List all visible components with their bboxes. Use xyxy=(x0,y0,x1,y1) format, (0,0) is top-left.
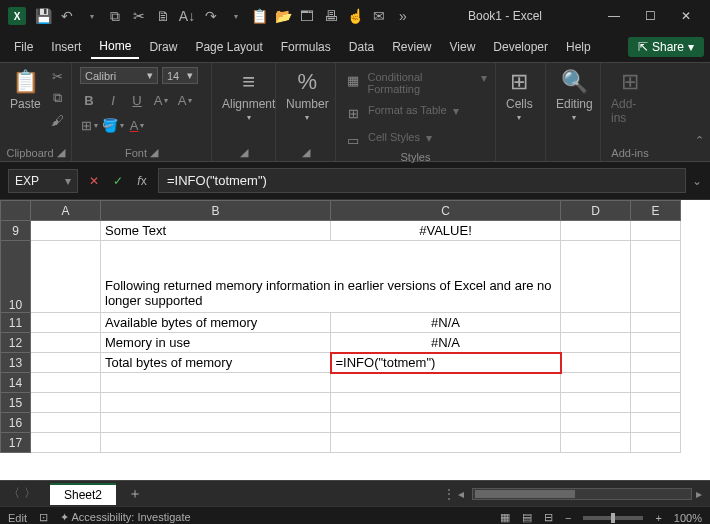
row-header-14[interactable]: 14 xyxy=(1,373,31,393)
zoom-slider[interactable] xyxy=(583,516,643,520)
tab-developer[interactable]: Developer xyxy=(485,36,556,58)
bold-button[interactable]: B xyxy=(80,91,98,109)
sort-asc-icon[interactable]: A↓ xyxy=(178,7,196,25)
cell-b10[interactable]: Following returned memory information in… xyxy=(101,241,561,313)
prev-sheet-button[interactable]: 〈 xyxy=(8,485,20,502)
borders-button[interactable]: ⊞ xyxy=(80,116,98,134)
redo-icon[interactable]: ↷ xyxy=(202,7,220,25)
undo-dropdown-icon[interactable] xyxy=(82,7,100,25)
touch-mode-icon[interactable]: ☝ xyxy=(346,7,364,25)
zoom-in-button[interactable]: + xyxy=(655,512,661,524)
tab-data[interactable]: Data xyxy=(341,36,382,58)
page-break-view-button[interactable]: ⊟ xyxy=(544,511,553,524)
decrease-font-button[interactable]: A xyxy=(176,91,194,109)
col-header-a[interactable]: A xyxy=(31,201,101,221)
spreadsheet-grid[interactable]: A B C D E 9 Some Text #VALUE! 10 Followi… xyxy=(0,200,710,480)
cell-d9[interactable] xyxy=(561,221,631,241)
row-header-17[interactable]: 17 xyxy=(1,433,31,453)
copy-icon[interactable]: ⧉ xyxy=(106,7,124,25)
col-header-b[interactable]: B xyxy=(101,201,331,221)
fill-color-button[interactable]: 🪣 xyxy=(104,116,122,134)
cell-a11[interactable] xyxy=(31,313,101,333)
format-painter-button[interactable]: 🖌 xyxy=(49,111,67,129)
print-preview-icon[interactable]: 🗔 xyxy=(298,7,316,25)
insert-function-button[interactable]: fx xyxy=(132,171,152,191)
row-header-11[interactable]: 11 xyxy=(1,313,31,333)
cut-button[interactable]: ✂ xyxy=(49,67,67,85)
underline-button[interactable]: U xyxy=(128,91,146,109)
cell-e11[interactable] xyxy=(631,313,681,333)
cell-a13[interactable] xyxy=(31,353,101,373)
paste-button[interactable]: 📋 Paste xyxy=(8,67,43,113)
cell-a12[interactable] xyxy=(31,333,101,353)
col-header-d[interactable]: D xyxy=(561,201,631,221)
cell-d11[interactable] xyxy=(561,313,631,333)
zoom-out-button[interactable]: − xyxy=(565,512,571,524)
cut-icon[interactable]: ✂ xyxy=(130,7,148,25)
select-all-corner[interactable] xyxy=(1,201,31,221)
tab-insert[interactable]: Insert xyxy=(43,36,89,58)
macro-record-icon[interactable]: ⊡ xyxy=(39,511,48,524)
row-header-10[interactable]: 10 xyxy=(1,241,31,313)
col-header-e[interactable]: E xyxy=(631,201,681,221)
conditional-formatting-button[interactable]: ▦Conditional Formatting ▾ xyxy=(344,71,487,95)
number-format-button[interactable]: %Number▾ xyxy=(284,67,331,124)
cell-d12[interactable] xyxy=(561,333,631,353)
formula-input[interactable]: =INFO("totmem") xyxy=(158,168,686,193)
row-header-15[interactable]: 15 xyxy=(1,393,31,413)
copy-button[interactable]: ⧉ xyxy=(49,89,67,107)
editing-button[interactable]: 🔍Editing▾ xyxy=(554,67,595,124)
tab-formulas[interactable]: Formulas xyxy=(273,36,339,58)
cell-e13[interactable] xyxy=(631,353,681,373)
cell-b11[interactable]: Available bytes of memory xyxy=(101,313,331,333)
cell-e10[interactable] xyxy=(631,241,681,313)
cell-b13[interactable]: Total bytes of memory xyxy=(101,353,331,373)
undo-icon[interactable]: ↶ xyxy=(58,7,76,25)
row-header-16[interactable]: 16 xyxy=(1,413,31,433)
cell-d10[interactable] xyxy=(561,241,631,313)
tab-view[interactable]: View xyxy=(442,36,484,58)
cell-a9[interactable] xyxy=(31,221,101,241)
tab-home[interactable]: Home xyxy=(91,35,139,59)
new-sheet-button[interactable]: ＋ xyxy=(128,485,142,503)
tab-page-layout[interactable]: Page Layout xyxy=(187,36,270,58)
expand-formula-bar-button[interactable]: ⌄ xyxy=(692,174,702,188)
save-icon[interactable]: 💾 xyxy=(34,7,52,25)
quick-print-icon[interactable]: 🖶 xyxy=(322,7,340,25)
format-as-table-button[interactable]: ⊞Format as Table ▾ xyxy=(344,104,459,122)
qat-overflow-icon[interactable]: » xyxy=(394,7,412,25)
cell-b12[interactable]: Memory in use xyxy=(101,333,331,353)
collapse-ribbon-button[interactable]: ⌃ xyxy=(695,134,704,147)
cell-a10[interactable] xyxy=(31,241,101,313)
redo-dropdown-icon[interactable] xyxy=(226,7,244,25)
addins-button[interactable]: ⊞Add-ins xyxy=(609,67,651,127)
tab-review[interactable]: Review xyxy=(384,36,439,58)
alignment-button[interactable]: ≡Alignment▾ xyxy=(220,67,277,124)
tab-help[interactable]: Help xyxy=(558,36,599,58)
cells-button[interactable]: ⊞Cells▾ xyxy=(504,67,535,124)
cell-e12[interactable] xyxy=(631,333,681,353)
email-icon[interactable]: ✉ xyxy=(370,7,388,25)
new-file-icon[interactable]: 🗎 xyxy=(154,7,172,25)
row-header-12[interactable]: 12 xyxy=(1,333,31,353)
name-box[interactable]: EXP▾ xyxy=(8,169,78,193)
tab-draw[interactable]: Draw xyxy=(141,36,185,58)
increase-font-button[interactable]: A xyxy=(152,91,170,109)
paste-icon-qat[interactable]: 📋 xyxy=(250,7,268,25)
font-name-dropdown[interactable]: Calibri▾ xyxy=(80,67,158,84)
close-button[interactable]: ✕ xyxy=(670,4,702,28)
font-size-dropdown[interactable]: 14▾ xyxy=(162,67,198,84)
horizontal-scrollbar[interactable] xyxy=(472,488,692,500)
row-header-13[interactable]: 13 xyxy=(1,353,31,373)
open-icon[interactable]: 📂 xyxy=(274,7,292,25)
next-sheet-button[interactable]: 〉 xyxy=(24,485,36,502)
sheet-tab-active[interactable]: Sheet2 xyxy=(50,483,116,505)
maximize-button[interactable]: ☐ xyxy=(634,4,666,28)
cell-c13-editing[interactable]: =INFO("totmem") xyxy=(331,353,561,373)
minimize-button[interactable]: — xyxy=(598,4,630,28)
normal-view-button[interactable]: ▦ xyxy=(500,511,510,524)
tab-file[interactable]: File xyxy=(6,36,41,58)
zoom-level[interactable]: 100% xyxy=(674,512,702,524)
col-header-c[interactable]: C xyxy=(331,201,561,221)
accessibility-status[interactable]: ✦ Accessibility: Investigate xyxy=(60,511,191,524)
